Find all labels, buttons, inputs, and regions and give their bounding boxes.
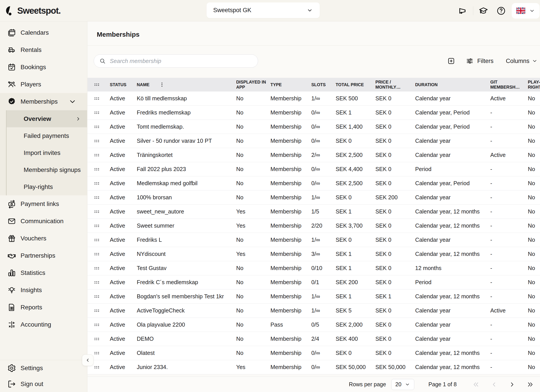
drag-handle-icon[interactable]	[94, 322, 100, 328]
sidebar-item-reports[interactable]: Reports	[0, 299, 87, 316]
table-row[interactable]: ActiveNYdiscountYesMembership3/∞SEK 1SEK…	[87, 247, 540, 261]
first-page-button[interactable]	[472, 381, 480, 388]
drag-handle-icon[interactable]	[94, 307, 100, 314]
rows-per-page-select[interactable]: 20	[391, 379, 414, 390]
club-selector[interactable]: Sweetspot GK	[207, 2, 320, 18]
column-header-displayed-in-app[interactable]: DISPLAYED IN APP	[232, 78, 266, 91]
report-icon	[7, 303, 16, 312]
last-page-button[interactable]	[526, 381, 534, 388]
table-row[interactable]: ActiveTomt medlemskap.NoMembership0/∞SEK…	[87, 120, 540, 134]
drag-handle-icon[interactable]	[94, 279, 100, 286]
cell-duration: Calendar year	[411, 148, 486, 162]
column-menu-icon[interactable]	[159, 82, 165, 87]
table-row[interactable]: ActiveOlatestNoMembership0/∞SEK 0SEK 0Ca…	[87, 346, 540, 360]
sidebar-item-vouchers[interactable]: Vouchers	[0, 230, 87, 247]
table-row[interactable]: ActiveFredrik C´s medlemskapNoMembership…	[87, 275, 540, 289]
drag-handle-icon[interactable]	[94, 293, 100, 300]
drag-handle-icon[interactable]	[94, 208, 100, 215]
drag-handle-icon[interactable]	[94, 222, 100, 229]
table-row[interactable]: ActiveTräningskortetNoMembership2/∞SEK 2…	[87, 148, 540, 162]
sidebar-item-rentals[interactable]: Rentals	[0, 41, 87, 59]
drag-handle-icon[interactable]	[94, 237, 100, 243]
table-row[interactable]: Activesweet_new_autoreYesMembership1/5SE…	[87, 205, 540, 219]
drag-handle-icon[interactable]	[94, 265, 100, 271]
table-row[interactable]: ActiveTest GustavNoMembership0/10SEK 1SE…	[87, 261, 540, 275]
envelope-icon	[7, 217, 16, 226]
sidebar-item-bookings[interactable]: Bookings	[0, 59, 87, 76]
sidebar-item-memberships[interactable]: Memberships	[0, 93, 87, 110]
table-row[interactable]: ActiveMedlemskap med golfbilNoMembership…	[87, 176, 540, 191]
drag-handle-icon[interactable]	[94, 350, 100, 357]
drag-handle-icon[interactable]	[94, 364, 100, 371]
column-header-total-price[interactable]: TOTAL PRICE	[332, 78, 371, 91]
sidebar-item-partnerships[interactable]: Partnerships	[0, 247, 87, 264]
table-row[interactable]: ActiveJunior 2334.YesMembership0/∞SEK 50…	[87, 360, 540, 374]
sidebar-item-statistics[interactable]: Statistics	[0, 264, 87, 281]
cell-duration: Calendar year	[411, 233, 486, 247]
language-selector[interactable]	[512, 3, 540, 19]
search-input[interactable]	[110, 58, 253, 65]
column-header-name[interactable]: NAME	[133, 78, 232, 91]
sidebar-subitem-failed-payments[interactable]: Failed payments	[0, 127, 87, 144]
drag-handle-icon[interactable]	[94, 152, 100, 158]
sidebar-item-players[interactable]: Players	[0, 76, 87, 93]
cell-drag	[87, 219, 106, 233]
app-logo[interactable]: Sweetspot.	[5, 0, 60, 21]
drag-handle-icon[interactable]	[94, 251, 100, 257]
table-row[interactable]: ActiveFall 2022 plus 2023NoMembership0/∞…	[87, 162, 540, 176]
table-row[interactable]: ActiveSweet summerYesMembership2/20SEK 3…	[87, 219, 540, 233]
sidebar-item-calendars[interactable]: Calendars	[0, 24, 87, 41]
table-footer: Rows per page 20 Page 1 of 8	[87, 377, 540, 392]
table-row[interactable]: ActiveFredriks LNoMembership1/∞SEK 0SEK …	[87, 233, 540, 247]
table-row[interactable]: ActiveActiveToggleCheckNoMembership1/∞SE…	[87, 304, 540, 318]
table-row[interactable]: ActiveKö till medlemsskapNoMembership1/∞…	[87, 91, 540, 106]
sidebar-item-settings[interactable]: Settings	[0, 360, 87, 376]
drag-handle-icon[interactable]	[94, 138, 100, 144]
column-header-status[interactable]: STATUS	[106, 78, 133, 91]
cell-slots: 0/∞	[307, 360, 332, 374]
drag-handle-icon[interactable]	[94, 124, 100, 130]
sidebar-item-sign-out[interactable]: Sign out	[0, 376, 87, 392]
column-header-price-monthly[interactable]: PRICE / MONTHLY…	[371, 78, 411, 91]
drag-handle-icon[interactable]	[94, 194, 100, 201]
drag-handle-icon[interactable]	[94, 336, 100, 342]
table-row[interactable]: ActiveSilver - 50 rundor varav 10 PTNoMe…	[87, 134, 540, 148]
cell-type: Membership	[266, 219, 307, 233]
cell-duration: Calendar year	[411, 134, 486, 148]
sidebar-item-payment-links[interactable]: Payment links	[0, 195, 87, 213]
drag-handle-icon[interactable]	[94, 95, 100, 102]
topbar-actions	[458, 0, 540, 21]
column-header-slots[interactable]: SLOTS	[307, 78, 332, 91]
table-row[interactable]: ActiveDEMONoMembership2/4SEK 400SEK 0Cal…	[87, 332, 540, 346]
drag-handle-icon[interactable]	[94, 166, 100, 173]
next-page-button[interactable]	[508, 381, 516, 388]
previous-page-button[interactable]	[490, 381, 498, 388]
cell-slots: 3/∞	[307, 247, 332, 261]
add-membership-button[interactable]	[447, 57, 455, 65]
table-row[interactable]: Active100% brorsanNoMembership1/∞SEK 0SE…	[87, 191, 540, 205]
drag-handle-icon[interactable]	[94, 109, 100, 116]
sidebar-item-insights[interactable]: Insights	[0, 281, 87, 299]
filters-button[interactable]: Filters	[466, 57, 494, 65]
drag-handle-icon[interactable]	[94, 180, 100, 187]
column-header-duration[interactable]: DURATION	[411, 78, 486, 91]
sidebar-subitem-play-rights[interactable]: Play-rights	[0, 178, 87, 195]
sidebar-item-communication[interactable]: Communication	[0, 213, 87, 230]
sidebar-subitem-import-invites[interactable]: Import invites	[0, 144, 87, 161]
table-row[interactable]: ActiveOla playvalue 2200NoPass0/5SEK 2,0…	[87, 318, 540, 332]
column-header-type[interactable]: TYPE	[266, 78, 307, 91]
sidebar-subitem-membership-signups[interactable]: Membership signups	[0, 161, 87, 178]
column-header-git-membersh[interactable]: GIT MEMBERSH…	[486, 78, 524, 91]
sidebar-item-label: Partnerships	[20, 252, 55, 259]
sidebar-subitem-overview[interactable]: Overview	[7, 110, 87, 127]
graduation-cap-icon[interactable]	[479, 6, 488, 16]
sidebar-collapse-button[interactable]	[82, 354, 94, 366]
megaphone-icon[interactable]	[458, 6, 468, 16]
membership-badge-icon	[7, 97, 16, 106]
help-icon[interactable]	[496, 6, 506, 16]
columns-button[interactable]: Columns	[506, 58, 538, 65]
column-header-play-right[interactable]: PLAY-RIGHT	[524, 78, 540, 91]
table-row[interactable]: ActiveBogdan's sell membership Test 1krN…	[87, 289, 540, 304]
sidebar-item-accounting[interactable]: Accounting	[0, 316, 87, 333]
table-row[interactable]: ActiveFredriks medlemskapNoMembership0/∞…	[87, 106, 540, 120]
